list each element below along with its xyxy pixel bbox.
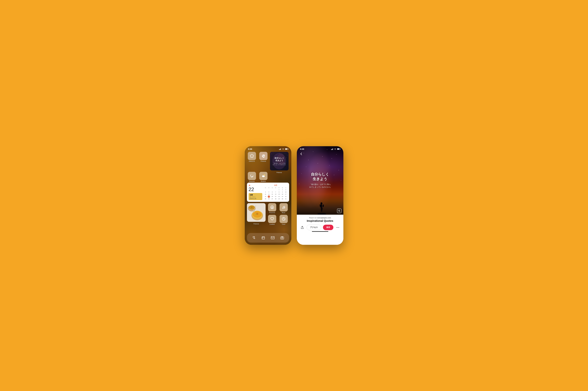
save-button[interactable]: 保存: [323, 225, 333, 230]
cal-header-tue: 火: [271, 187, 274, 189]
calendar-grid: 日 月 火 水 木 金 土 1 2 3: [264, 187, 287, 200]
svg-point-74: [339, 227, 339, 228]
phone1-home-screen: 8:08: [245, 146, 291, 245]
svg-rect-2: [280, 149, 281, 150]
phone2-source-site: conceptspec.com: [317, 217, 331, 219]
pinterest-widget-bottom-label: Pinterest: [276, 172, 282, 173]
dmndos-icon: [248, 152, 256, 160]
app-pinterest-1[interactable]: Pinterest: [258, 152, 268, 162]
sleepstar-icon: [248, 172, 256, 180]
calendar-event-time: 10:00-11:30: [250, 198, 261, 199]
phone1-content: DMNDOS Pinterest: [245, 151, 291, 227]
access-button[interactable]: アクセス: [307, 225, 321, 230]
svg-point-11: [287, 155, 288, 155]
phone2-time: 8:08: [300, 148, 304, 150]
app-row-2: Sleepstar: [247, 172, 289, 182]
svg-rect-66: [323, 204, 324, 207]
phone2-title: Inspirational Quotes: [300, 219, 341, 222]
phone1-status-bar: 8:08: [245, 146, 291, 151]
svg-point-70: [339, 210, 340, 211]
food-image: [247, 203, 266, 222]
calendar-month-header: 10月: [264, 184, 287, 186]
lovefest-icon: [268, 215, 276, 223]
calendar-event: 会議 オンライン 10:00-11:30: [248, 193, 262, 200]
app-clock[interactable]: Clock: [279, 215, 289, 225]
peacenrd-label: Peacenrd: [269, 212, 275, 213]
battery-fill: [285, 149, 287, 150]
app-dmndos[interactable]: DMNDOS: [247, 152, 257, 162]
photo-widget-label: Pinterest: [247, 223, 266, 225]
app-weather[interactable]: Weather: [258, 172, 268, 182]
phone2-status-bar: 8:08: [297, 146, 343, 151]
phone2-bottom-panel: Read it on conceptspec.com Inspirational…: [297, 215, 343, 245]
cal-header-thu: 木: [277, 187, 281, 189]
phone2-battery-fill: [337, 149, 339, 150]
svg-point-37: [251, 206, 252, 208]
calendar-widget[interactable]: 木 22 会議 オンライン 10:00-11:30 10月 日 月 火 水: [247, 183, 289, 202]
svg-point-31: [256, 213, 258, 215]
phone2-source: Read it on conceptspec.com: [300, 217, 341, 219]
phone1-time: 8:08: [248, 148, 252, 150]
svg-point-45: [284, 207, 285, 208]
dock-mail[interactable]: [269, 234, 276, 241]
peacenrd-icon: [268, 203, 276, 211]
photo-widget[interactable]: [247, 203, 266, 222]
weather-label: Weather: [261, 181, 266, 182]
dmndos-label: DMNDOS: [249, 161, 255, 162]
home-indicator: [312, 231, 328, 232]
wifi-icon: [282, 148, 284, 150]
svg-point-44: [283, 208, 283, 208]
cal-header-fri: 金: [281, 187, 284, 189]
svg-rect-3: [281, 148, 281, 150]
svg-point-72: [337, 227, 337, 228]
dock-phone[interactable]: [250, 234, 257, 241]
cal-header-sat: 土: [284, 187, 287, 189]
dock: [247, 233, 289, 243]
pinterest-widget-label-wrap: Pinterest: [270, 172, 289, 173]
svg-rect-58: [331, 149, 332, 150]
silhouette: [318, 201, 326, 215]
lens-icon[interactable]: [337, 209, 342, 213]
svg-point-56: [281, 237, 283, 239]
signal-icon: [279, 148, 281, 150]
phone2-status-icons: [331, 148, 340, 150]
clock-label: Clock: [282, 224, 285, 225]
pinterest-widget[interactable]: 自分らしく生きよう 「他の誰か」はすでに取られてしまっているのだから: [270, 152, 289, 171]
svg-point-63: [321, 202, 322, 204]
phone2-signal-icon: [331, 148, 333, 150]
phone1-status-icons: [279, 148, 288, 150]
app-music[interactable]: Music: [279, 203, 289, 213]
weather-icon: [259, 172, 267, 180]
pinterest-widget-main-text: 自分らしく生きよう: [273, 157, 286, 162]
phone2-actions: アクセス 保存: [300, 225, 341, 230]
svg-point-22: [264, 175, 265, 176]
phone2-quote: 自分らしく生きよう 「他の誰か」はすでに取られてしまっているのだから: [300, 172, 340, 189]
calendar-day-num: 22: [248, 187, 262, 192]
app-row-1: DMNDOS Pinterest: [247, 152, 289, 171]
battery-icon: [285, 148, 288, 150]
svg-rect-53: [262, 238, 263, 238]
back-button[interactable]: [299, 152, 303, 156]
galaxy-image: 8:08: [297, 146, 343, 215]
svg-rect-49: [262, 237, 265, 239]
svg-point-62: [318, 213, 326, 215]
music-icon: [280, 203, 288, 211]
cal-header-wed: 水: [274, 187, 277, 189]
svg-point-16: [286, 157, 286, 158]
svg-rect-60: [332, 149, 333, 150]
share-button[interactable]: [300, 225, 305, 230]
more-button[interactable]: [335, 225, 341, 230]
dock-calendar[interactable]: [260, 234, 267, 241]
lovefest-label: Lovefest: [269, 224, 275, 225]
pinterest-widget-text: 自分らしく生きよう 「他の誰か」はすでに取られてしまっているのだから: [273, 157, 286, 166]
svg-rect-61: [333, 148, 333, 150]
calendar-today: 19: [268, 196, 270, 198]
clock-icon: [280, 215, 288, 223]
app-sleepstar[interactable]: Sleepstar: [247, 172, 257, 182]
phones-container: 8:08: [239, 141, 349, 250]
svg-rect-54: [271, 237, 274, 239]
svg-line-43: [272, 207, 273, 208]
dock-camera[interactable]: [279, 234, 286, 241]
app-lovefest[interactable]: Lovefest: [267, 215, 277, 225]
app-peacenrd[interactable]: Peacenrd: [267, 203, 277, 213]
